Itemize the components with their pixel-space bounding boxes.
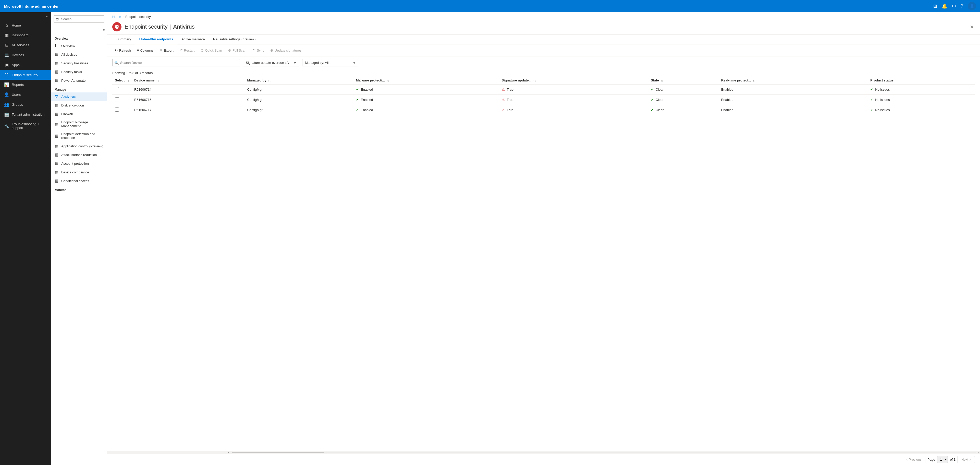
h-scroll-thumb[interactable] xyxy=(232,452,324,453)
tab-reusable-settings[interactable]: Reusable settings (preview) xyxy=(209,35,260,44)
signature-dropdown-chevron: ∨ xyxy=(294,61,296,65)
sidebar-item-home[interactable]: ⌂ Home xyxy=(0,21,51,30)
sidebar-item-users[interactable]: 👤 Users xyxy=(0,90,51,100)
columns-icon: ≡ xyxy=(137,48,139,53)
breadcrumb-home[interactable]: Home xyxy=(112,15,121,19)
status-red-icon: ⚠ xyxy=(502,108,505,112)
row-checkbox-cell[interactable] xyxy=(112,105,132,115)
previous-page-button[interactable]: < Previous xyxy=(902,456,925,463)
sidebar-item-dashboard[interactable]: ▦ Dashboard xyxy=(0,30,51,40)
portal-icon[interactable]: ⊞ xyxy=(933,3,937,9)
nav-overview[interactable]: ℹ Overview xyxy=(51,41,107,50)
full-scan-button[interactable]: ⊙ Full Scan xyxy=(226,47,249,54)
tab-active-malware[interactable]: Active malware xyxy=(177,35,209,44)
row-checkbox-cell[interactable] xyxy=(112,95,132,105)
nav-security-tasks[interactable]: ▦ Security tasks xyxy=(51,67,107,76)
tab-unhealthy-endpoints[interactable]: Unhealthy endpoints xyxy=(135,35,178,44)
sidebar-item-troubleshooting[interactable]: 🔧 Troubleshooting + support xyxy=(0,119,51,132)
h-scroll-track xyxy=(232,452,976,453)
sort-realtime-icon: ↑↓ xyxy=(753,79,756,82)
nav-attack-surface[interactable]: ▦ Attack surface reduction xyxy=(51,150,107,159)
status-green-icon: ✔ xyxy=(356,88,359,91)
status-green-icon: ✔ xyxy=(651,98,654,102)
h-scroll-right-arrow[interactable]: › xyxy=(977,451,980,454)
page-header: Endpoint security | Antivirus … ✕ xyxy=(107,20,980,35)
firewall-icon: ▦ xyxy=(55,111,59,116)
row-checkbox-0[interactable] xyxy=(115,87,119,91)
nav-power-automate[interactable]: ▦ Power Automate xyxy=(51,76,107,85)
update-signatures-icon: ⊕ xyxy=(270,48,273,53)
nav-endpoint-privilege[interactable]: ▦ Endpoint Privilege Management xyxy=(51,118,107,130)
tab-summary[interactable]: Summary xyxy=(112,35,135,44)
sidebar-item-tenant-admin[interactable]: 🏢 Tenant administration xyxy=(0,110,51,119)
security-tasks-icon: ▦ xyxy=(55,70,59,74)
col-select[interactable]: Select ↑↓ xyxy=(112,76,132,84)
col-signature-update[interactable]: Signature update... ↑↓ xyxy=(499,76,648,84)
col-malware-protection[interactable]: Malware protecti... ↑↓ xyxy=(353,76,499,84)
page-select[interactable]: 1 xyxy=(937,456,948,463)
sidebar-collapse-button[interactable]: « xyxy=(0,12,51,21)
page-label: Page xyxy=(928,458,935,462)
power-automate-icon: ▦ xyxy=(55,78,59,83)
quick-scan-button[interactable]: ⊙ Quick Scan xyxy=(198,47,224,54)
sort-state-icon: ↑↓ xyxy=(660,79,663,82)
nav-account-protection[interactable]: ▦ Account protection xyxy=(51,159,107,168)
row-checkbox-2[interactable] xyxy=(115,108,119,111)
col-device-name[interactable]: Device name ↑↓ xyxy=(132,76,245,84)
sidebar-item-reports[interactable]: 📊 Reports xyxy=(0,80,51,90)
sidebar-item-apps[interactable]: ▣ Apps xyxy=(0,60,51,70)
notifications-icon[interactable]: 🔔 xyxy=(942,3,947,9)
apps-icon: ▣ xyxy=(4,62,9,67)
middle-search-input[interactable] xyxy=(54,15,104,23)
next-page-button[interactable]: Next > xyxy=(958,456,975,463)
topbar: Microsoft Intune admin center ⊞ 🔔 ⚙ ? 👤 xyxy=(0,0,980,12)
search-device-input[interactable] xyxy=(112,59,240,66)
help-icon[interactable]: ? xyxy=(961,3,963,9)
nav-security-baselines[interactable]: ▦ Security baselines xyxy=(51,59,107,67)
sidebar-item-endpoint-security[interactable]: 🛡 Endpoint security xyxy=(0,70,51,80)
devices-icon: 💻 xyxy=(4,53,9,57)
sidebar-item-all-services[interactable]: ⊞ All services xyxy=(0,40,51,50)
export-button[interactable]: ⬇ Export xyxy=(157,47,176,54)
row-signature-update: ⚠True xyxy=(499,105,648,115)
columns-button[interactable]: ≡ Columns xyxy=(135,47,156,54)
h-scroll-left-arrow[interactable]: ‹ xyxy=(227,451,230,454)
pagination: < Previous Page 1 of 1 Next > xyxy=(107,454,980,465)
sort-managed-by-icon: ↑↓ xyxy=(268,79,271,82)
nav-conditional-access[interactable]: ▦ Conditional access xyxy=(51,177,107,185)
row-checkbox-cell[interactable] xyxy=(112,84,132,95)
groups-icon: 👥 xyxy=(4,102,9,107)
refresh-button[interactable]: ↻ Refresh xyxy=(112,47,134,54)
horizontal-scrollbar[interactable]: ‹ › xyxy=(107,451,980,454)
page-more-button[interactable]: … xyxy=(198,24,202,30)
managed-by-filter[interactable]: Managed by: All ∨ xyxy=(302,59,358,66)
sidebar-item-devices[interactable]: 💻 Devices xyxy=(0,50,51,60)
nav-app-control[interactable]: ▦ Application control (Preview) xyxy=(51,142,107,150)
middle-collapse-button[interactable]: « xyxy=(103,27,105,32)
signature-update-filter[interactable]: Signature update overdue : All ∨ xyxy=(243,59,299,66)
nav-disk-encryption[interactable]: ▦ Disk encryption xyxy=(51,101,107,110)
filter-row: 🔍 Signature update overdue : All ∨ Manag… xyxy=(107,56,980,69)
search-icon: 🔍 xyxy=(115,61,119,65)
nav-all-devices[interactable]: ▦ All devices xyxy=(51,50,107,59)
sidebar-item-label: All services xyxy=(12,43,29,47)
row-managed-by: ConfigMgr xyxy=(245,84,353,95)
col-realtime-protection[interactable]: Real-time protect... ↑↓ xyxy=(719,76,868,84)
restart-button[interactable]: ↺ Restart xyxy=(177,47,197,54)
user-avatar[interactable]: 👤 xyxy=(968,2,976,10)
col-managed-by[interactable]: Managed by ↑↓ xyxy=(245,76,353,84)
update-signatures-button[interactable]: ⊕ Update signatures xyxy=(268,47,304,54)
disk-encryption-icon: ▦ xyxy=(55,103,59,108)
settings-icon[interactable]: ⚙ xyxy=(952,3,956,9)
nav-firewall[interactable]: ▦ Firewall xyxy=(51,110,107,118)
nav-antivirus[interactable]: 🛡 Antivirus xyxy=(51,92,107,101)
sidebar-item-groups[interactable]: 👥 Groups xyxy=(0,100,51,110)
nav-device-compliance[interactable]: ▦ Device compliance xyxy=(51,168,107,177)
nav-endpoint-detection[interactable]: ▦ Endpoint detection and response xyxy=(51,130,107,142)
sync-button[interactable]: ↻ Sync xyxy=(250,47,267,54)
row-product-status: ✔No issues xyxy=(868,95,975,105)
endpoint-detection-icon: ▦ xyxy=(55,134,59,138)
col-state[interactable]: State ↑↓ xyxy=(648,76,719,84)
row-checkbox-1[interactable] xyxy=(115,97,119,101)
page-close-button[interactable]: ✕ xyxy=(969,23,975,31)
